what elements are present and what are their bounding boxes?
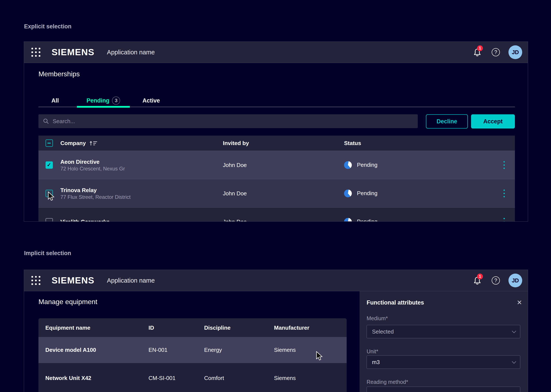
row-checkbox-checked[interactable]	[46, 161, 53, 169]
tab-active[interactable]: Active	[134, 95, 168, 106]
tab-pending-count-badge: 3	[112, 97, 120, 105]
equipment-window: SIEMENS Application name 1 ? JD Manage e…	[24, 270, 528, 392]
equipment-table: Equipment name ID Discipline Manufacture…	[38, 318, 347, 392]
decline-button[interactable]: Decline	[426, 114, 468, 128]
company-address: 72 Holo Crescent, Nexus Gr	[60, 166, 125, 172]
table-row[interactable]: Aeon Directive 72 Holo Crescent, Nexus G…	[38, 151, 515, 179]
status-label: Pending	[357, 162, 377, 168]
app-header: SIEMENS Application name 1 ? JD	[24, 270, 528, 291]
chevron-down-icon	[512, 329, 516, 333]
table-row[interactable]: Network Unit X42 CM-SI-001 Comfort Sieme…	[38, 363, 347, 392]
tab-all[interactable]: All	[38, 95, 72, 106]
table-header-row: Company Invited by Status	[38, 136, 515, 151]
tab-pending-label: Pending	[87, 97, 110, 104]
column-header-invited-by: Invited by	[223, 140, 249, 147]
memberships-window: SIEMENS Application name 1 ? JD Membersh…	[24, 42, 528, 222]
notification-badge: 1	[477, 45, 483, 51]
notification-badge: 1	[477, 273, 483, 279]
status-label: Pending	[357, 218, 377, 222]
invited-by-value: John Doe	[223, 218, 247, 222]
avatar[interactable]: JD	[509, 273, 522, 287]
close-icon[interactable]: ✕	[515, 298, 524, 307]
functional-attributes-panel: Functional attributes ✕ Medium* Selected…	[360, 291, 528, 392]
search-box	[38, 114, 418, 128]
row-checkbox-unchecked[interactable]	[46, 218, 53, 222]
memberships-table: Company Invited by Status Aeon Directive…	[38, 136, 515, 222]
equipment-discipline: Energy	[204, 347, 222, 353]
notifications-button[interactable]: 1	[473, 47, 482, 57]
company-header-label: Company	[60, 140, 86, 147]
company-name: Aeon Directive	[60, 158, 125, 166]
company-address: 77 Flux Street, Reactor District	[60, 194, 131, 200]
medium-value: Selected	[372, 328, 394, 335]
unit-label: Unit*	[367, 348, 378, 355]
search-input[interactable]	[53, 118, 418, 125]
section-label-implicit: Implicit selection	[24, 250, 71, 257]
row-checkbox-hover[interactable]	[46, 190, 53, 197]
row-actions-kebab-menu[interactable]	[500, 187, 509, 199]
active-tab-indicator	[77, 106, 130, 108]
application-name: Application name	[107, 49, 155, 56]
avatar[interactable]: JD	[509, 45, 522, 59]
search-icon	[43, 118, 49, 125]
chevron-down-icon	[512, 391, 516, 392]
siemens-logo: SIEMENS	[52, 47, 95, 58]
company-name: Virelith Coreworks	[60, 218, 110, 222]
status-pending-icon	[344, 189, 352, 197]
tab-bar: All Pending 3 Active	[38, 95, 168, 106]
invited-by-value: John Doe	[223, 162, 247, 168]
equipment-manufacturer: Siemens	[274, 347, 296, 353]
help-icon[interactable]: ?	[492, 48, 500, 56]
column-header-discipline: Discipline	[204, 324, 230, 331]
company-name: Trinova Relay	[60, 187, 131, 194]
page-title: Memberships	[38, 70, 80, 78]
table-row[interactable]: Virelith Coreworks John Doe Pending	[38, 207, 515, 222]
medium-label: Medium*	[367, 315, 388, 322]
table-row[interactable]: Device model A100 EN-001 Energy Siemens	[38, 337, 347, 363]
row-actions-kebab-menu[interactable]	[500, 159, 509, 171]
column-header-manufacturer: Manufacturer	[274, 324, 309, 331]
app-launcher-icon[interactable]	[31, 47, 41, 57]
status-pending-icon	[344, 161, 352, 169]
app-header: SIEMENS Application name 1 ? JD	[24, 42, 528, 63]
column-header-equipment-name: Equipment name	[45, 324, 90, 331]
invited-by-value: John Doe	[223, 190, 247, 197]
unit-select[interactable]: m3	[367, 356, 520, 369]
equipment-discipline: Comfort	[204, 375, 224, 381]
accept-button[interactable]: Accept	[471, 114, 515, 128]
table-row[interactable]: Trinova Relay 77 Flux Street, Reactor Di…	[38, 179, 515, 207]
status-pending-icon	[344, 218, 352, 222]
equipment-name: Network Unit X42	[45, 375, 91, 381]
app-launcher-icon[interactable]	[31, 275, 41, 285]
notifications-button[interactable]: 1	[473, 275, 482, 285]
table-header-row: Equipment name ID Discipline Manufacture…	[38, 318, 347, 337]
equipment-id: EN-001	[148, 347, 167, 353]
chevron-down-icon	[512, 359, 516, 364]
application-name: Application name	[107, 277, 155, 284]
section-label-explicit: Explicit selection	[24, 23, 72, 30]
tab-pending[interactable]: Pending 3	[77, 95, 130, 106]
column-header-company[interactable]: Company	[60, 140, 98, 147]
medium-select[interactable]: Selected	[367, 325, 520, 338]
equipment-name: Device model A100	[45, 347, 96, 353]
column-header-id: ID	[148, 324, 154, 331]
equipment-id: CM-SI-001	[148, 375, 175, 381]
row-actions-kebab-menu[interactable]	[500, 216, 509, 222]
panel-title: Functional attributes	[367, 299, 424, 306]
select-all-checkbox[interactable]	[46, 140, 53, 147]
equipment-manufacturer: Siemens	[274, 375, 296, 381]
help-icon[interactable]: ?	[492, 276, 500, 285]
page-title: Manage equipment	[38, 298, 97, 306]
reading-method-label: Reading method*	[367, 379, 408, 385]
sort-ascending-icon	[89, 140, 98, 146]
status-label: Pending	[357, 190, 377, 197]
unit-value: m3	[372, 359, 380, 365]
column-header-status: Status	[344, 140, 361, 147]
siemens-logo: SIEMENS	[52, 275, 95, 286]
reading-method-select[interactable]	[367, 387, 520, 392]
